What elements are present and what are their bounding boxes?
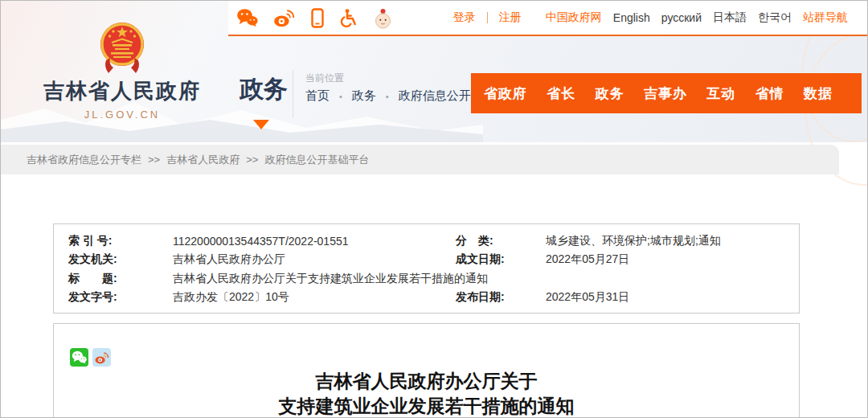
weibo-icon[interactable] — [273, 7, 296, 28]
site-domain: JL.GOV.CN — [35, 109, 210, 121]
weibo-share-icon[interactable] — [92, 348, 111, 367]
main-nav: 省政府 省长 政务 吉事办 互动 省情 数据 — [471, 73, 862, 113]
register-link[interactable]: 注册 — [499, 10, 522, 25]
lang-korean-link[interactable]: 한국어 — [758, 10, 792, 25]
chevron-down-icon — [253, 120, 269, 129]
title-label: 标 题: — [68, 272, 173, 286]
document-title-line1: 吉林省人民政府办公厅关于 — [54, 369, 799, 394]
login-link[interactable]: 登录 — [453, 10, 476, 25]
trail-breadcrumb-bar: 吉林省政府信息公开专栏 >> 吉林省人民政府 >> 政府信息公开基础平台 — [1, 145, 839, 174]
mascot-icon[interactable] — [373, 7, 393, 28]
meta-row-empty — [456, 269, 793, 289]
nav-item-provincial-gov[interactable]: 省政府 — [484, 84, 527, 103]
issuer-value: 吉林省人民政府办公厅 — [173, 252, 285, 267]
doc-number-label: 发文字号: — [68, 290, 173, 305]
trail-link-provincial-gov[interactable]: 吉林省人民政府 — [166, 153, 240, 167]
document-meta-table: 索 引 号: 11220000013544357T/2022-01551 发文机… — [53, 223, 800, 314]
breadcrumb-home[interactable]: 首页 — [305, 88, 330, 104]
share-icons — [70, 348, 111, 367]
meta-column-right: 分 类: 城乡建设、环境保护;城市规划;通知 成文日期: 2022年05月27日… — [456, 232, 793, 307]
top-utility-bar: 登录 注册 中国政府网 English русский 日本語 한국어 站群导航 — [228, 1, 868, 36]
index-value: 11220000013544357T/2022-01551 — [173, 235, 349, 248]
top-links: 登录 注册 中国政府网 English русский 日本語 한국어 站群导航 — [453, 10, 868, 25]
written-date-label: 成文日期: — [456, 252, 546, 267]
document-title-line2: 支持建筑业企业发展若干措施的通知 — [54, 394, 799, 418]
meta-row-written-date: 成文日期: 2022年05月27日 — [456, 251, 793, 270]
category-label: 分 类: — [456, 234, 546, 248]
lang-english-link[interactable]: English — [613, 11, 650, 24]
nav-item-data[interactable]: 数据 — [804, 84, 833, 103]
social-icons — [236, 7, 393, 28]
category-value: 城乡建设、环境保护;城市规划;通知 — [546, 234, 721, 248]
accessibility-icon[interactable] — [339, 7, 358, 28]
trail-separator: >> — [246, 154, 258, 166]
dot-separator: • — [339, 92, 342, 101]
publish-date-value: 2022年05月31日 — [546, 290, 629, 305]
section-menu-zhengwu[interactable]: 政务 — [240, 73, 288, 106]
meta-column-left: 索 引 号: 11220000013544357T/2022-01551 发文机… — [68, 232, 446, 307]
meta-row-index: 索 引 号: 11220000013544357T/2022-01551 — [68, 232, 446, 251]
mobile-icon[interactable] — [311, 7, 324, 28]
wechat-icon[interactable] — [236, 7, 258, 28]
trail-link-platform[interactable]: 政府信息公开基础平台 — [264, 153, 369, 167]
breadcrumb: 首页 • 政务 • 政府信息公开 — [305, 88, 471, 104]
divider — [487, 12, 488, 23]
trail-separator: >> — [148, 154, 160, 166]
lang-japanese-link[interactable]: 日本語 — [713, 10, 747, 25]
meta-row-doc-number: 发文字号: 吉政办发〔2022〕10号 — [68, 289, 446, 308]
issuer-label: 发文机关: — [68, 252, 173, 267]
current-location-label: 当前位置 — [305, 72, 344, 85]
meta-row-issuer: 发文机关: 吉林省人民政府办公厅 — [68, 251, 446, 270]
meta-row-publish-date: 发布日期: 2022年05月31日 — [456, 289, 793, 308]
china-gov-link[interactable]: 中国政府网 — [546, 10, 602, 25]
publish-date-label: 发布日期: — [456, 290, 546, 305]
lang-russian-link[interactable]: русский — [661, 11, 702, 24]
site-group-nav-link[interactable]: 站群导航 — [803, 10, 848, 25]
page: 登录 注册 中国政府网 English русский 日本語 한국어 站群导航 — [0, 0, 868, 418]
breadcrumb-info-disclosure[interactable]: 政府信息公开 — [399, 88, 471, 104]
meta-row-category: 分 类: 城乡建设、环境保护;城市规划;通知 — [456, 232, 793, 251]
nav-item-province-info[interactable]: 省情 — [755, 84, 784, 103]
national-emblem-icon — [98, 20, 146, 75]
nav-item-zhengwu[interactable]: 政务 — [596, 84, 624, 103]
nav-item-governor[interactable]: 省长 — [547, 84, 575, 103]
document-title: 吉林省人民政府办公厅关于 支持建筑业企业发展若干措施的通知 — [54, 369, 799, 418]
index-label: 索 引 号: — [68, 234, 173, 248]
dot-separator: • — [386, 92, 389, 101]
trail-link-disclosure-column[interactable]: 吉林省政府信息公开专栏 — [27, 153, 141, 167]
nav-item-interaction[interactable]: 互动 — [706, 84, 735, 103]
breadcrumb-zhengwu[interactable]: 政务 — [352, 88, 376, 104]
written-date-value: 2022年05月27日 — [546, 252, 629, 267]
meta-row-title: 标 题: 吉林省人民政府办公厅关于支持建筑业企业发展若干措施的通知 — [68, 269, 446, 289]
title-value: 吉林省人民政府办公厅关于支持建筑业企业发展若干措施的通知 — [173, 272, 488, 286]
nav-item-jishiban[interactable]: 吉事办 — [644, 84, 687, 103]
site-logo[interactable]: 吉林省人民政府 JL.GOV.CN — [35, 20, 210, 121]
divider — [293, 70, 293, 118]
doc-number-value: 吉政办发〔2022〕10号 — [173, 290, 289, 305]
wechat-share-icon[interactable] — [70, 348, 88, 367]
site-name: 吉林省人民政府 — [35, 77, 210, 105]
document-content-box: 吉林省人民政府办公厅关于 支持建筑业企业发展若干措施的通知 — [53, 323, 800, 418]
